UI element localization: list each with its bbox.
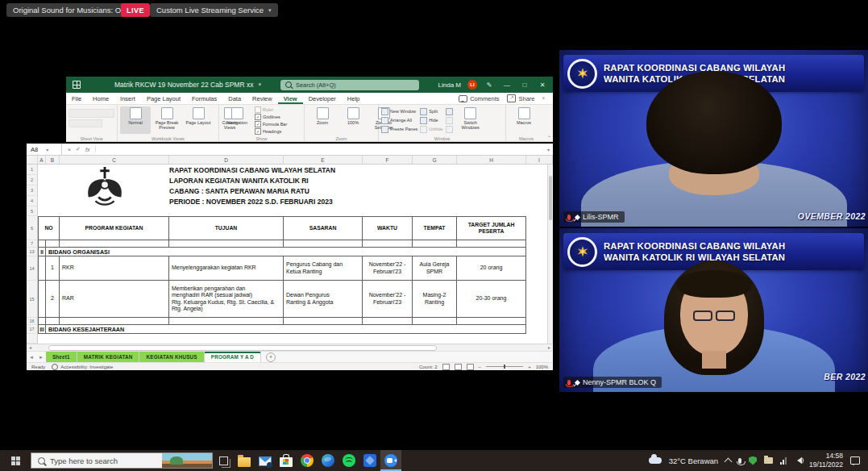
switch-windows-button[interactable]: Switch Windows — [455, 106, 486, 134]
ribbon-tab-review[interactable]: Review — [247, 93, 278, 104]
ribbon-tab-insert[interactable]: Insert — [114, 93, 141, 104]
zoom-taskbar-button[interactable] — [380, 450, 401, 471]
ribbon-tab-view[interactable]: View — [278, 93, 303, 104]
zoom-percentage[interactable]: 100% — [536, 365, 548, 369]
row-header[interactable]: 3 — [27, 185, 38, 196]
zoom-slider[interactable] — [486, 366, 523, 367]
column-header-a[interactable]: A — [38, 156, 46, 164]
horizontal-scrollbar[interactable]: ◄ ► — [27, 344, 553, 351]
row-header[interactable]: 6 — [27, 216, 38, 240]
name-box[interactable]: A8 ▾ — [27, 144, 62, 155]
row-header[interactable] — [27, 334, 38, 344]
ribbon-tab-page-layout[interactable]: Page Layout — [141, 93, 186, 104]
weather-cloud-icon[interactable] — [649, 457, 662, 464]
page-layout-view-icon[interactable] — [455, 364, 462, 370]
zoom-button[interactable]: Zoom — [307, 106, 338, 134]
minimize-button[interactable]: — — [501, 81, 513, 89]
ribbon-tab-help[interactable]: Help — [342, 93, 365, 104]
unhide-button[interactable]: Unhide — [420, 125, 442, 133]
account-name[interactable]: Linda M — [438, 81, 461, 89]
column-header-d[interactable]: D — [169, 156, 284, 164]
enter-icon[interactable]: ✓ — [76, 146, 81, 152]
row-header[interactable]: 16 — [27, 318, 38, 325]
column-header-f[interactable]: F — [363, 156, 413, 164]
sheet-tab-matrik-kegiatan[interactable]: MATRIK KEGIATAN — [77, 352, 140, 362]
tray-defender-icon[interactable] — [749, 456, 757, 465]
split-button[interactable]: Split — [420, 107, 442, 115]
accessibility-status[interactable]: Accessibility: Investigate — [52, 364, 113, 370]
name-box-dropdown-icon[interactable]: ▾ — [46, 147, 52, 152]
video-tile-nenny[interactable]: RAPAT KOORDINASI CABANG WILAYAH WANITA K… — [559, 228, 868, 392]
arrange-all-button[interactable]: Arrange All — [381, 116, 417, 124]
file-explorer-taskbar-button[interactable] — [234, 450, 255, 471]
column-header-c[interactable]: C — [60, 156, 169, 164]
horizontal-scroll-thumb[interactable] — [48, 345, 437, 351]
normal-view-icon[interactable] — [442, 364, 450, 370]
spreadsheet-grid[interactable]: 1RAPAT KOORDINASI CABANG WILAYAH SELATAN… — [27, 165, 553, 344]
column-header-b[interactable]: B — [46, 156, 60, 164]
scroll-left-icon[interactable]: ◄ — [27, 345, 34, 350]
close-button[interactable]: ✕ — [537, 81, 548, 89]
insert-function-icon[interactable]: fx — [85, 147, 89, 152]
column-header-h[interactable]: H — [457, 156, 526, 164]
scroll-right-icon[interactable]: ► — [546, 345, 553, 350]
checkbox-ruler[interactable]: Ruler — [255, 106, 287, 113]
row-header[interactable]: 13 — [27, 248, 38, 256]
formula-bar-expand-icon[interactable]: ▾ — [547, 147, 553, 152]
normal-button[interactable]: Normal — [120, 106, 151, 134]
spotify-taskbar-button[interactable] — [338, 450, 359, 471]
taskbar-search-input[interactable]: Type here to search — [31, 452, 213, 469]
zoom-in-icon[interactable]: + — [528, 365, 531, 369]
pen-icon[interactable]: ✎ — [484, 81, 495, 89]
comments-button[interactable]: Comments — [459, 95, 499, 102]
100%-button[interactable]: 100% — [338, 106, 368, 134]
row-header[interactable]: 7 — [27, 240, 38, 248]
checkbox-gridlines[interactable]: ✓Gridlines — [255, 114, 287, 120]
new-window-button[interactable]: New Window — [381, 107, 417, 115]
title-dropdown-icon[interactable]: ▾ — [258, 81, 261, 88]
ribbon-tab-developer[interactable]: Developer — [303, 93, 342, 104]
page-break-view-icon[interactable] — [467, 364, 474, 370]
account-avatar[interactable]: LI — [467, 80, 477, 90]
share-button[interactable]: ↗ Share ▾ — [507, 94, 545, 102]
macros-button[interactable]: Macros — [509, 106, 539, 134]
task-view-button[interactable] — [213, 450, 234, 471]
tray-volume-icon[interactable] — [794, 457, 802, 464]
taskbar-clock[interactable]: 14:58 19/11/2022 — [809, 452, 843, 469]
view-side-by-side-icon[interactable] — [446, 108, 453, 115]
row-header[interactable]: 2 — [27, 175, 38, 185]
streaming-service-dropdown[interactable]: Custom Live Streaming Service ▾ — [150, 3, 278, 17]
freeze-panes-button[interactable]: Freeze Panes — [381, 125, 417, 133]
column-header-g[interactable]: G — [413, 156, 457, 164]
weather-text[interactable]: 32°C Berawan — [669, 456, 718, 465]
page-break-preview-button[interactable]: Page Break Preview — [152, 106, 182, 134]
original-sound-toggle[interactable]: Original Sound for Musicians: Off — [6, 3, 131, 17]
synchronous-scrolling-icon[interactable] — [446, 117, 453, 124]
checkbox-headings[interactable]: ✓Headings — [255, 128, 287, 135]
tray-expand-icon[interactable] — [725, 458, 733, 466]
row-header[interactable]: 5 — [27, 206, 38, 216]
mail-taskbar-button[interactable] — [255, 450, 276, 471]
edge-taskbar-button[interactable] — [318, 450, 338, 471]
microsoft-store-taskbar-button[interactable] — [276, 450, 297, 471]
row-header[interactable]: 1 — [27, 165, 38, 175]
sheet-tab-program-y-a-d[interactable]: PROGRAM Y A D — [205, 352, 261, 362]
cancel-icon[interactable]: × — [68, 147, 71, 152]
navigation-button[interactable]: Navigation — [222, 106, 252, 134]
ribbon-tab-formulas[interactable]: Formulas — [186, 93, 222, 104]
tray-network-icon[interactable] — [780, 457, 787, 465]
zoom-out-icon[interactable]: − — [479, 365, 482, 369]
sheet-tab-kegiatan-khusus[interactable]: KEGIATAN KHUSUS — [139, 352, 204, 362]
ribbon-tab-file[interactable]: File — [66, 93, 87, 104]
row-header[interactable]: 14 — [27, 256, 38, 281]
row-header[interactable]: 17 — [27, 325, 38, 334]
ribbon-tab-data[interactable]: Data — [222, 93, 247, 104]
hide-button[interactable]: Hide — [420, 116, 442, 124]
start-button[interactable] — [0, 450, 31, 471]
search-highlight-image[interactable] — [162, 453, 212, 468]
select-all-corner[interactable] — [27, 156, 38, 164]
sheet-nav-right-icon[interactable]: ► — [36, 355, 46, 360]
tray-folder-icon[interactable] — [764, 457, 773, 464]
column-header-e[interactable]: E — [284, 156, 363, 164]
excel-search-box[interactable]: Search (Alt+Q) — [280, 80, 419, 90]
